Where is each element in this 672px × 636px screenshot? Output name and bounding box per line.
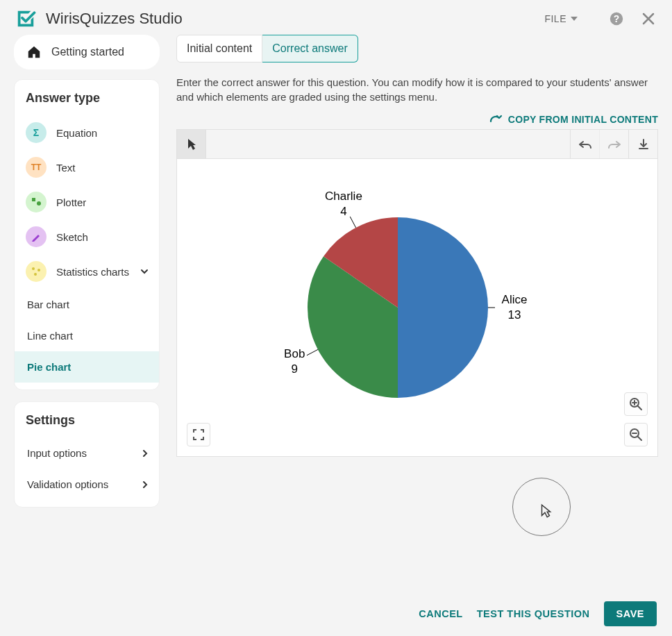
file-menu[interactable]: FILE: [544, 13, 578, 24]
pie-label-charlie: Charlie4: [316, 189, 371, 219]
close-button[interactable]: [639, 9, 658, 28]
settings-heading: Settings: [26, 413, 159, 428]
type-statistics[interactable]: Statistics charts: [15, 254, 159, 289]
download-button[interactable]: [628, 130, 657, 158]
type-statistics-label: Statistics charts: [56, 266, 129, 278]
sub-bar-chart[interactable]: Bar chart: [15, 289, 159, 320]
type-sketch-label: Sketch: [56, 231, 88, 243]
answer-type-heading: Answer type: [26, 91, 159, 106]
close-icon: [642, 12, 655, 25]
home-icon: [26, 44, 42, 60]
statistics-icon: [26, 261, 47, 282]
file-menu-label: FILE: [544, 13, 566, 24]
settings-input-options[interactable]: Input options: [15, 437, 159, 469]
plot-area[interactable]: Alice13Bob9Charlie4: [177, 159, 657, 456]
logo-check-icon: [15, 8, 36, 29]
type-plotter-label: Plotter: [56, 196, 86, 208]
copy-from-initial-button[interactable]: COPY FROM INITIAL CONTENT: [176, 114, 658, 125]
download-icon: [637, 138, 650, 151]
help-button[interactable]: ?: [607, 9, 626, 28]
fullscreen-button[interactable]: [187, 423, 210, 446]
type-text[interactable]: TT Text: [15, 150, 159, 185]
nav-getting-started[interactable]: Getting started: [14, 35, 160, 69]
type-equation[interactable]: Σ Equation: [15, 115, 159, 150]
chevron-down-icon: [140, 267, 149, 276]
undo-button[interactable]: [570, 130, 599, 158]
type-sketch[interactable]: Sketch: [15, 219, 159, 254]
chevron-right-icon: [141, 480, 149, 489]
svg-point-6: [34, 273, 37, 276]
app-title: WirisQuizzes Studio: [46, 10, 183, 28]
test-question-button[interactable]: TEST THIS QUESTION: [477, 608, 590, 619]
svg-point-3: [37, 201, 41, 206]
fullscreen-icon: [192, 428, 205, 441]
type-plotter[interactable]: Plotter: [15, 185, 159, 219]
redo-arrow-icon: [489, 115, 503, 124]
svg-point-5: [37, 269, 40, 271]
plotter-icon: [26, 192, 47, 212]
pie-label-alice: Alice13: [487, 292, 542, 323]
text-icon: TT: [26, 157, 47, 178]
chevron-right-icon: [141, 449, 149, 458]
type-text-label: Text: [56, 162, 76, 174]
zoom-out-button[interactable]: [624, 423, 648, 446]
app-logo: WirisQuizzes Studio: [15, 8, 183, 29]
sigma-icon: Σ: [26, 122, 47, 143]
settings-card: Settings Input options Validation option…: [14, 401, 160, 508]
help-icon: ?: [609, 11, 624, 26]
chart-canvas-panel: Alice13Bob9Charlie4: [176, 129, 658, 457]
instructions-text: Enter the correct answer for this questi…: [176, 75, 658, 104]
pie-slice-alice: [398, 217, 488, 398]
pointer-icon: [186, 137, 197, 151]
sub-pie-chart[interactable]: Pie chart: [15, 351, 159, 383]
zoom-out-icon: [629, 428, 643, 442]
copy-from-initial-label: COPY FROM INITIAL CONTENT: [508, 114, 658, 125]
save-button[interactable]: SAVE: [604, 601, 657, 626]
zoom-in-icon: [629, 397, 643, 411]
settings-validation-label: Validation options: [27, 478, 108, 490]
pie-label-bob: Bob9: [267, 346, 322, 377]
answer-type-card: Answer type Σ Equation TT Text Plotter S…: [14, 79, 160, 390]
redo-button[interactable]: [599, 130, 628, 158]
caret-down-icon: [571, 17, 578, 21]
svg-text:?: ?: [614, 14, 619, 24]
sub-line-chart[interactable]: Line chart: [15, 320, 159, 351]
cancel-button[interactable]: CANCEL: [419, 608, 462, 619]
sketch-icon: [26, 226, 47, 247]
settings-validation-options[interactable]: Validation options: [15, 469, 159, 500]
redo-icon: [607, 140, 622, 149]
tab-correct-answer[interactable]: Correct answer: [262, 35, 358, 62]
svg-point-4: [32, 267, 35, 270]
undo-icon: [578, 140, 593, 149]
svg-rect-2: [32, 198, 35, 201]
type-equation-label: Equation: [56, 127, 97, 139]
tool-pointer[interactable]: [177, 130, 206, 158]
pie-chart: [301, 210, 495, 405]
settings-input-label: Input options: [27, 447, 87, 459]
tab-initial-content[interactable]: Initial content: [176, 35, 262, 62]
zoom-in-button[interactable]: [624, 392, 648, 416]
nav-getting-started-label: Getting started: [51, 46, 124, 58]
